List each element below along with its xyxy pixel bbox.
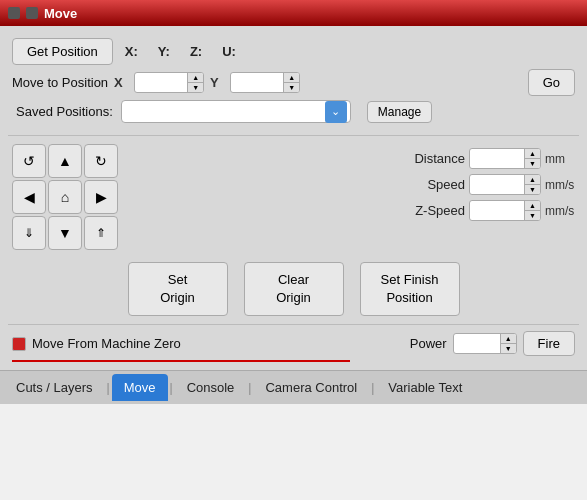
zspeed-up-arrow[interactable]: ▲ — [524, 201, 540, 211]
saved-positions-label: Saved Positions: — [16, 104, 113, 119]
manage-button[interactable]: Manage — [367, 101, 432, 123]
power-spinner: 3,00% ▲ ▼ — [453, 333, 517, 354]
x-label: X — [114, 75, 128, 90]
x-spinner: 0,00 ▲ ▼ — [134, 72, 204, 93]
jog-z-up-button[interactable]: ⇑ — [84, 216, 118, 250]
bottom-row: Move From Machine Zero Power 3,00% ▲ ▼ F… — [8, 324, 579, 360]
window-icon — [8, 7, 20, 19]
window-title: Move — [44, 6, 77, 21]
get-position-button[interactable]: Get Position — [12, 38, 113, 65]
jog-panel: ↺ ▲ ↻ ◀ ⌂ ▶ ⇓ ▼ ⇑ — [12, 144, 118, 250]
set-origin-button[interactable]: SetOrigin — [128, 262, 228, 316]
tab-sep-3: | — [246, 381, 253, 395]
tab-variable-text[interactable]: Variable Text — [376, 374, 474, 401]
z-header: Z: — [190, 44, 202, 59]
jog-right-button[interactable]: ▶ — [84, 180, 118, 214]
u-header: U: — [222, 44, 236, 59]
right-controls: Distance 10,00 ▲ ▼ mm Speed 100,0 ▲ — [134, 148, 575, 221]
red-underline — [12, 360, 575, 362]
tab-camera-control[interactable]: Camera Control — [253, 374, 369, 401]
power-down-arrow[interactable]: ▼ — [500, 344, 516, 353]
distance-arrows: ▲ ▼ — [524, 149, 540, 168]
move-from-machine-zero-label: Move From Machine Zero — [32, 336, 181, 351]
distance-spinner: 10,00 ▲ ▼ — [469, 148, 541, 169]
tab-console[interactable]: Console — [175, 374, 247, 401]
jog-grid: ↺ ▲ ↻ ◀ ⌂ ▶ ⇓ ▼ ⇑ — [12, 144, 118, 250]
window-icon2 — [26, 7, 38, 19]
header-coords: X: Y: Z: U: — [125, 44, 236, 59]
speed-arrows: ▲ ▼ — [524, 175, 540, 194]
saved-positions-row: Saved Positions: ⌄ Manage — [16, 100, 575, 123]
tab-cuts-layers[interactable]: Cuts / Layers — [4, 374, 105, 401]
speed-label: Speed — [427, 177, 465, 192]
zspeed-down-arrow[interactable]: ▼ — [524, 211, 540, 220]
jog-z-down-fast-button[interactable]: ⇓ — [12, 216, 46, 250]
jog-home-button[interactable]: ⌂ — [48, 180, 82, 214]
distance-up-arrow[interactable]: ▲ — [524, 149, 540, 159]
power-label: Power — [410, 336, 447, 351]
movement-section: ↺ ▲ ↻ ◀ ⌂ ▶ ⇓ ▼ ⇑ Distance 10,00 — [8, 140, 579, 254]
distance-down-arrow[interactable]: ▼ — [524, 159, 540, 168]
y-arrows: ▲ ▼ — [283, 73, 299, 92]
jog-down-button[interactable]: ▼ — [48, 216, 82, 250]
tab-sep-4: | — [369, 381, 376, 395]
move-to-position-label: Move to Position — [12, 75, 108, 90]
rotate-cw-button[interactable]: ↻ — [84, 144, 118, 178]
zspeed-spinner: 10,0 ▲ ▼ — [469, 200, 541, 221]
title-bar: Move — [0, 0, 587, 26]
x-header: X: — [125, 44, 138, 59]
distance-unit: mm — [545, 152, 575, 166]
speed-unit: mm/s — [545, 178, 575, 192]
zspeed-row: Z-Speed 10,0 ▲ ▼ mm/s — [134, 200, 575, 221]
tab-bar: Cuts / Layers | Move | Console | Camera … — [0, 370, 587, 404]
y-down-arrow[interactable]: ▼ — [283, 83, 299, 92]
speed-down-arrow[interactable]: ▼ — [524, 185, 540, 194]
saved-positions-dropdown[interactable] — [121, 100, 351, 123]
x-down-arrow[interactable]: ▼ — [187, 83, 203, 92]
power-section: Power 3,00% ▲ ▼ Fire — [410, 331, 575, 356]
y-up-arrow[interactable]: ▲ — [283, 73, 299, 83]
x-up-arrow[interactable]: ▲ — [187, 73, 203, 83]
main-content: Get Position X: Y: Z: U: Move to Positio… — [0, 26, 587, 370]
set-finish-position-button[interactable]: Set FinishPosition — [360, 262, 460, 316]
go-button[interactable]: Go — [528, 69, 575, 96]
y-spinner: 0,00 ▲ ▼ — [230, 72, 300, 93]
move-to-position-row: Move to Position X 0,00 ▲ ▼ Y 0,00 ▲ ▼ G… — [12, 69, 575, 96]
rotate-ccw-button[interactable]: ↺ — [12, 144, 46, 178]
y-label: Y — [210, 75, 224, 90]
origin-buttons-row: SetOrigin ClearOrigin Set FinishPosition — [8, 254, 579, 320]
tab-sep-1: | — [105, 381, 112, 395]
zspeed-label: Z-Speed — [415, 203, 465, 218]
jog-up-button[interactable]: ▲ — [48, 144, 82, 178]
y-header: Y: — [158, 44, 170, 59]
divider-1 — [8, 135, 579, 136]
power-up-arrow[interactable]: ▲ — [500, 334, 516, 344]
x-arrows: ▲ ▼ — [187, 73, 203, 92]
speed-up-arrow[interactable]: ▲ — [524, 175, 540, 185]
distance-label: Distance — [414, 151, 465, 166]
speed-row: Speed 100,0 ▲ ▼ mm/s — [134, 174, 575, 195]
fire-button[interactable]: Fire — [523, 331, 575, 356]
power-arrows: ▲ ▼ — [500, 334, 516, 353]
top-section: Get Position X: Y: Z: U: Move to Positio… — [8, 34, 579, 131]
machine-zero-checkbox[interactable] — [12, 337, 26, 351]
speed-spinner: 100,0 ▲ ▼ — [469, 174, 541, 195]
tab-move[interactable]: Move — [112, 374, 168, 401]
zspeed-unit: mm/s — [545, 204, 575, 218]
zspeed-arrows: ▲ ▼ — [524, 201, 540, 220]
saved-positions-dropdown-wrapper: ⌄ — [121, 100, 351, 123]
get-position-row: Get Position X: Y: Z: U: — [12, 38, 575, 65]
tab-sep-2: | — [168, 381, 175, 395]
clear-origin-button[interactable]: ClearOrigin — [244, 262, 344, 316]
distance-row: Distance 10,00 ▲ ▼ mm — [134, 148, 575, 169]
jog-left-button[interactable]: ◀ — [12, 180, 46, 214]
